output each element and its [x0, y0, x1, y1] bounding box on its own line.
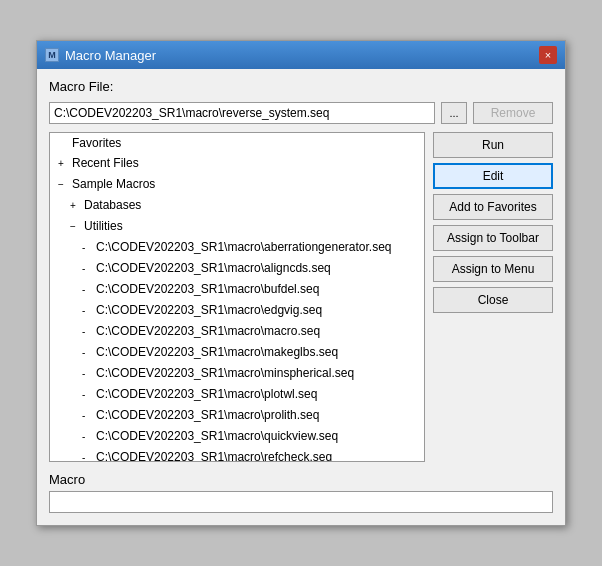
macro-tree[interactable]: Favorites+Recent Files−Sample Macros+Dat… [49, 132, 425, 462]
macro-file-row: Macro File: [49, 79, 553, 94]
tree-item[interactable]: -C:\CODEV202203_SR1\macro\plotwl.seq [50, 384, 424, 405]
tree-item[interactable]: -C:\CODEV202203_SR1\macro\refcheck.seq [50, 447, 424, 462]
macro-input[interactable] [49, 491, 553, 513]
tree-item[interactable]: -C:\CODEV202203_SR1\macro\prolith.seq [50, 405, 424, 426]
tree-item[interactable]: -C:\CODEV202203_SR1\macro\quickview.seq [50, 426, 424, 447]
main-area: Favorites+Recent Files−Sample Macros+Dat… [49, 132, 553, 462]
tree-item[interactable]: −Sample Macros [50, 174, 424, 195]
tree-item[interactable]: -C:\CODEV202203_SR1\macro\aberrationgene… [50, 237, 424, 258]
tree-item[interactable]: +Recent Files [50, 153, 424, 174]
tree-item[interactable]: -C:\CODEV202203_SR1\macro\bufdel.seq [50, 279, 424, 300]
macro-file-input-row: ... Remove [49, 102, 553, 124]
window-content: Macro File: ... Remove Favorites+Recent … [37, 69, 565, 525]
assign-to-toolbar-button[interactable]: Assign to Toolbar [433, 225, 553, 251]
window-title: Macro Manager [65, 48, 156, 63]
app-icon: M [45, 48, 59, 62]
macro-manager-window: M Macro Manager × Macro File: ... Remove… [36, 40, 566, 526]
remove-button-top[interactable]: Remove [473, 102, 553, 124]
title-bar-left: M Macro Manager [45, 48, 156, 63]
tree-item[interactable]: -C:\CODEV202203_SR1\macro\minspherical.s… [50, 363, 424, 384]
tree-item[interactable]: −Utilities [50, 216, 424, 237]
macro-file-label: Macro File: [49, 79, 113, 94]
add-to-favorites-button[interactable]: Add to Favorites [433, 194, 553, 220]
tree-item[interactable]: -C:\CODEV202203_SR1\macro\edgvig.seq [50, 300, 424, 321]
tree-item[interactable]: Favorites [50, 133, 424, 153]
assign-to-menu-button[interactable]: Assign to Menu [433, 256, 553, 282]
close-button[interactable]: Close [433, 287, 553, 313]
run-button[interactable]: Run [433, 132, 553, 158]
tree-item[interactable]: -C:\CODEV202203_SR1\macro\makeglbs.seq [50, 342, 424, 363]
macro-file-input[interactable] [49, 102, 435, 124]
edit-button[interactable]: Edit [433, 163, 553, 189]
macro-section: Macro [49, 472, 553, 513]
title-bar: M Macro Manager × [37, 41, 565, 69]
action-buttons: Run Edit Add to Favorites Assign to Tool… [433, 132, 553, 462]
macro-label: Macro [49, 472, 553, 487]
tree-item[interactable]: -C:\CODEV202203_SR1\macro\aligncds.seq [50, 258, 424, 279]
tree-item[interactable]: -C:\CODEV202203_SR1\macro\macro.seq [50, 321, 424, 342]
window-close-button[interactable]: × [539, 46, 557, 64]
tree-item[interactable]: +Databases [50, 195, 424, 216]
browse-button[interactable]: ... [441, 102, 467, 124]
